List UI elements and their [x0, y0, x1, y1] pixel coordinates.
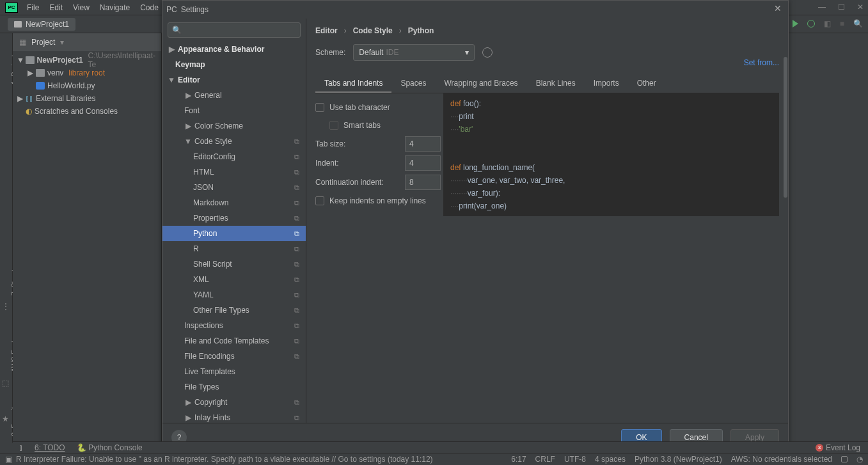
project-box-icon: ▦ — [19, 38, 26, 47]
status-caret[interactable]: 6:17 — [511, 455, 526, 464]
chevron-down-icon: ▾ — [465, 48, 469, 57]
coverage-icon[interactable]: ◧ — [824, 19, 831, 28]
tree-external-label: External Libraries — [36, 94, 95, 103]
cat-livetemplates[interactable]: Live Templates — [162, 364, 306, 379]
tab-other[interactable]: Other — [628, 75, 665, 93]
menu-edit[interactable]: Edit — [44, 3, 68, 12]
menu-view[interactable]: View — [68, 3, 95, 12]
breadcrumb-label: NewProject1 — [26, 20, 69, 29]
tab-todo[interactable]: 6: TODO — [35, 443, 65, 452]
bc-codestyle[interactable]: Code Style — [353, 26, 393, 35]
search-icon[interactable]: 🔍 — [853, 19, 863, 28]
tree-scratches-label: Scratches and Consoles — [35, 107, 118, 116]
cont-input[interactable] — [405, 175, 441, 190]
cat-python[interactable]: Python⧉ — [162, 226, 306, 241]
cat-json[interactable]: JSON⧉ — [162, 180, 306, 195]
app-icon: PC — [166, 5, 177, 14]
dialog-title: Settings — [181, 5, 209, 14]
tab-imports[interactable]: Imports — [585, 75, 628, 93]
toolwindow-indicator-icon[interactable]: ⫿ — [19, 443, 23, 452]
cat-appearance[interactable]: ▶Appearance & Behavior — [162, 42, 306, 57]
settings-content: Editor› Code Style› Python Scheme: Defau… — [306, 19, 788, 423]
search-field[interactable] — [184, 26, 296, 35]
cat-encodings[interactable]: File Encodings⧉ — [162, 349, 306, 364]
structure-icon: ⋮ — [2, 302, 10, 311]
debug-icon[interactable] — [807, 20, 815, 28]
tree-file[interactable]: HelloWorld.py — [13, 79, 161, 92]
status-message[interactable]: R Interpreter Failure: Unable to use '' … — [16, 455, 433, 464]
tab-tabs-indents[interactable]: Tabs and Indents — [315, 75, 391, 93]
scheme-combo[interactable]: DefaultIDE ▾ — [353, 44, 475, 61]
checkbox[interactable] — [315, 103, 324, 112]
cat-codestyle[interactable]: ▼Code Style⧉ — [162, 134, 306, 149]
cat-r[interactable]: R⧉ — [162, 241, 306, 256]
tab-python-console[interactable]: 🐍 Python Console — [77, 443, 143, 452]
inspector-icon[interactable]: ◔ — [856, 455, 863, 464]
cat-font[interactable]: Font — [162, 103, 306, 118]
status-aws[interactable]: AWS: No credentials selected — [731, 455, 832, 464]
cat-otherfiletypes[interactable]: Other File Types⧉ — [162, 303, 306, 318]
opt-indent: Indent: — [315, 154, 443, 173]
tree-file-label: HelloWorld.py — [47, 81, 95, 90]
opt-keep-label: Keep indents on empty lines — [329, 196, 426, 205]
checkbox[interactable] — [315, 196, 324, 205]
status-encoding[interactable]: UTF-8 — [564, 455, 586, 464]
settings-breadcrumb: Editor› Code Style› Python — [315, 26, 779, 35]
status-interpreter[interactable]: Python 3.8 (NewProject1) — [635, 455, 722, 464]
cat-editor[interactable]: ▼Editor — [162, 72, 306, 88]
dialog-titlebar: PC Settings ✕ — [162, 1, 788, 19]
cat-general[interactable]: ▶General — [162, 88, 306, 103]
dialog-close-icon[interactable]: ✕ — [771, 3, 784, 13]
cat-filetemplates[interactable]: File and Code Templates⧉ — [162, 333, 306, 349]
bc-editor[interactable]: Editor — [315, 26, 338, 35]
cat-copyright[interactable]: ▶Copyright⧉ — [162, 395, 306, 410]
bottom-tool-tabs: ⫿ 6: TODO 🐍 Python Console 3 Event Log — [13, 441, 868, 453]
star-icon: ★ — [2, 414, 9, 423]
cat-markdown[interactable]: Markdown⧉ — [162, 195, 306, 210]
set-from-link[interactable]: Set from... — [744, 58, 779, 67]
menu-file[interactable]: File — [22, 3, 44, 12]
lock-icon[interactable] — [841, 456, 848, 462]
cat-xml[interactable]: XML⧉ — [162, 272, 306, 287]
cat-editorconfig[interactable]: EditorConfig⧉ — [162, 149, 306, 164]
settings-search-input[interactable]: 🔍 — [168, 22, 301, 38]
tabsize-label: Tab size: — [315, 139, 345, 148]
gear-icon[interactable] — [482, 47, 493, 58]
tree-external[interactable]: ▶⫿⫿ External Libraries — [13, 92, 161, 105]
minimize-icon[interactable]: — — [817, 3, 827, 12]
tab-blank[interactable]: Blank Lines — [527, 75, 585, 93]
status-lineend[interactable]: CRLF — [535, 455, 555, 464]
cat-properties[interactable]: Properties⧉ — [162, 210, 306, 226]
cat-shell[interactable]: Shell Script⧉ — [162, 256, 306, 272]
cat-html[interactable]: HTML⧉ — [162, 164, 306, 180]
cat-keymap[interactable]: Keymap — [162, 57, 306, 72]
opt-tabsize: Tab size: — [315, 134, 443, 154]
close-icon[interactable]: ✕ — [855, 3, 865, 12]
status-icon[interactable]: ▣ — [5, 455, 12, 464]
run-icon[interactable] — [793, 20, 798, 28]
tree-root[interactable]: ▼ NewProject1 C:\Users\Intellipaat-Te — [13, 54, 161, 67]
codestyle-tabs: Tabs and Indents Spaces Wrapping and Bra… — [315, 75, 779, 93]
tabsize-input[interactable] — [405, 136, 441, 152]
indent-input[interactable] — [405, 155, 441, 171]
event-badge: 3 — [816, 444, 823, 452]
cat-yaml[interactable]: YAML⧉ — [162, 287, 306, 303]
menu-navigate[interactable]: Navigate — [95, 3, 135, 12]
opt-keep-indents[interactable]: Keep indents on empty lines — [315, 192, 443, 210]
breadcrumb-root[interactable]: NewProject1 — [8, 18, 75, 31]
tab-spaces[interactable]: Spaces — [391, 75, 435, 93]
opt-use-tab[interactable]: Use tab character — [315, 99, 443, 116]
cat-filetypes[interactable]: File Types — [162, 379, 306, 395]
maximize-icon[interactable]: ☐ — [836, 3, 846, 12]
cat-inlay[interactable]: ▶Inlay Hints⧉ — [162, 410, 306, 423]
menu-code[interactable]: Code — [135, 3, 164, 12]
tab-wrapping[interactable]: Wrapping and Braces — [435, 75, 526, 93]
cat-colorscheme[interactable]: ▶Color Scheme — [162, 118, 306, 134]
cat-inspections[interactable]: Inspections⧉ — [162, 318, 306, 333]
project-header[interactable]: ▦ Project ▾ — [13, 33, 161, 51]
options-panel: Use tab character Smart tabs Tab size: I… — [315, 93, 443, 216]
event-log-button[interactable]: 3 Event Log — [816, 443, 860, 452]
status-indent[interactable]: 4 spaces — [595, 455, 626, 464]
tree-scratches[interactable]: ◐ Scratches and Consoles — [13, 105, 161, 118]
chevron-down-icon[interactable]: ▾ — [60, 38, 64, 47]
